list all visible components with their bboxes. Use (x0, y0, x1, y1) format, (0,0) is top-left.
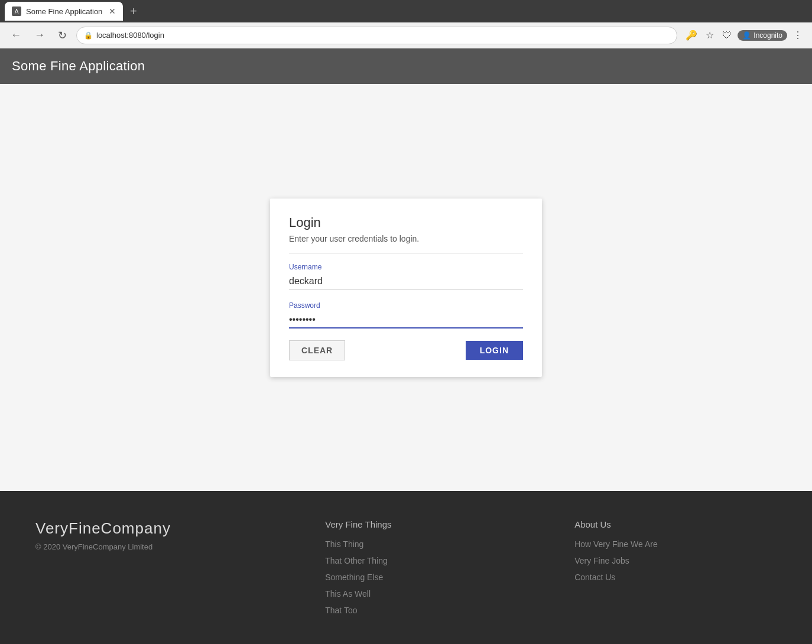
browser-frame: A Some Fine Application ✕ + ← → ↻ 🔒 loca… (0, 0, 812, 644)
footer-col1-heading: Very Fine Things (325, 519, 527, 529)
clear-button[interactable]: CLEAR (289, 340, 345, 360)
reload-button[interactable]: ↻ (54, 27, 70, 44)
new-tab-button[interactable]: + (125, 5, 142, 17)
footer-company-name: VeryFineCompany (35, 519, 278, 538)
login-card-title: Login (289, 215, 523, 230)
footer-section-about: About Us How Very Fine We Are Very Fine … (574, 519, 777, 583)
app-header: Some Fine Application (0, 48, 812, 84)
footer-col2-heading: About Us (574, 519, 777, 529)
password-form-group: Password (289, 301, 523, 328)
bookmark-star-icon[interactable]: ☆ (703, 27, 716, 43)
incognito-badge: 👤 Incognito (738, 30, 787, 41)
password-label: Password (289, 301, 523, 310)
back-button[interactable]: ← (7, 27, 25, 44)
list-item: That Too (325, 605, 527, 616)
login-button[interactable]: LOGIN (466, 341, 523, 360)
incognito-avatar: 👤 (742, 31, 751, 40)
list-item: This Thing (325, 539, 527, 549)
username-form-group: Username (289, 263, 523, 290)
footer-copyright: © 2020 VeryFineCompany Limited (35, 542, 278, 551)
username-label: Username (289, 263, 523, 271)
incognito-label: Incognito (753, 31, 782, 40)
footer-link-very-fine-jobs[interactable]: Very Fine Jobs (574, 556, 629, 565)
browser-tab[interactable]: A Some Fine Application ✕ (5, 2, 123, 21)
footer-col2-links: How Very Fine We Are Very Fine Jobs Cont… (574, 539, 777, 583)
form-actions: CLEAR LOGIN (289, 340, 523, 360)
url-text: localhost:8080/login (96, 31, 164, 40)
forward-button[interactable]: → (31, 27, 48, 44)
password-input[interactable] (289, 312, 523, 328)
footer-brand: VeryFineCompany © 2020 VeryFineCompany L… (35, 519, 278, 551)
browser-menu-icon[interactable]: ⋮ (791, 27, 805, 43)
list-item: Contact Us (574, 572, 777, 583)
footer-link-something-else[interactable]: Something Else (325, 573, 383, 582)
list-item: How Very Fine We Are (574, 539, 777, 549)
footer-link-this-thing[interactable]: This Thing (325, 539, 363, 549)
browser-toolbar: ← → ↻ 🔒 localhost:8080/login 🔑 ☆ 🛡 👤 Inc… (0, 22, 812, 48)
footer-link-contact-us[interactable]: Contact Us (574, 573, 615, 582)
list-item: This As Well (325, 588, 527, 599)
footer-link-that-other-thing[interactable]: That Other Thing (325, 556, 388, 565)
shield-icon[interactable]: 🛡 (720, 28, 734, 43)
tab-close-button[interactable]: ✕ (109, 7, 116, 15)
footer-link-how-very-fine[interactable]: How Very Fine We Are (574, 539, 658, 549)
login-card: Login Enter your user credentials to log… (270, 199, 542, 377)
footer-link-that-too[interactable]: That Too (325, 606, 357, 615)
key-icon[interactable]: 🔑 (683, 27, 700, 43)
list-item: That Other Thing (325, 555, 527, 566)
username-input[interactable] (289, 274, 523, 290)
login-card-subtitle: Enter your user credentials to login. (289, 234, 523, 253)
footer-link-this-as-well[interactable]: This As Well (325, 589, 371, 599)
list-item: Very Fine Jobs (574, 555, 777, 566)
address-bar[interactable]: 🔒 localhost:8080/login (76, 27, 677, 44)
browser-toolbar-icons: 🔑 ☆ 🛡 👤 Incognito ⋮ (683, 27, 805, 43)
footer-section-things: Very Fine Things This Thing That Other T… (325, 519, 527, 616)
app-footer: VeryFineCompany © 2020 VeryFineCompany L… (0, 491, 812, 644)
browser-titlebar: A Some Fine Application ✕ + (0, 0, 812, 22)
tab-favicon: A (12, 6, 21, 16)
lock-icon: 🔒 (84, 31, 93, 40)
list-item: Something Else (325, 572, 527, 583)
tab-title: Some Fine Application (26, 7, 102, 16)
main-content: Login Enter your user credentials to log… (0, 84, 812, 491)
footer-col1-links: This Thing That Other Thing Something El… (325, 539, 527, 616)
app-title: Some Fine Application (12, 58, 145, 74)
